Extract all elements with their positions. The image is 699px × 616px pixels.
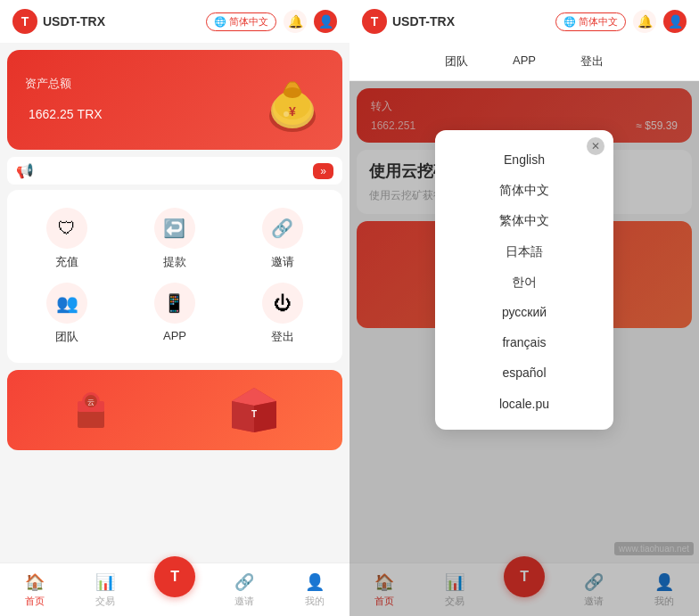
lang-icon: 🌐 bbox=[214, 16, 226, 28]
lang-option-traditional[interactable]: 繁体中文 bbox=[435, 205, 613, 235]
app-title: USDT-TRX bbox=[43, 14, 105, 29]
right-lang-icon: 🌐 bbox=[563, 16, 576, 28]
notification-bell[interactable]: 🔔 bbox=[284, 10, 307, 33]
right-panel: T USDT-TRX 🌐 简体中文 🔔 👤 团队 APP 登出 转入 bbox=[350, 0, 699, 616]
user-avatar-header[interactable]: 👤 bbox=[314, 10, 337, 33]
right-content-area: 转入 1662.251 ≈ $59.39 使用云挖矿 使用云挖矿获得最大的TRX… bbox=[350, 81, 699, 616]
right-user-avatar[interactable]: 👤 bbox=[663, 10, 687, 33]
svg-text:T: T bbox=[251, 409, 257, 419]
nav-trade-label: 交易 bbox=[95, 595, 115, 608]
action-recharge[interactable]: 🛡 充值 bbox=[14, 202, 120, 275]
lang-option-korean[interactable]: 한어 bbox=[435, 267, 613, 297]
promo-cube-left: 云 bbox=[69, 383, 122, 437]
marquee-bar: 📢 » bbox=[7, 157, 342, 185]
bottom-nav: 🏠 首页 📊 交易 T 🔗 邀请 👤 我的 bbox=[0, 563, 350, 616]
recharge-label: 充值 bbox=[55, 254, 78, 270]
invite-label: 邀请 bbox=[271, 254, 294, 270]
speaker-icon: 📢 bbox=[16, 162, 34, 179]
action-logout[interactable]: ⏻ 登出 bbox=[229, 277, 335, 350]
language-modal: ✕ English 简体中文 繁体中文 日本語 한어 русский franç… bbox=[435, 130, 613, 430]
right-language-button[interactable]: 🌐 简体中文 bbox=[555, 12, 626, 31]
tab-team[interactable]: 团队 bbox=[436, 50, 477, 73]
promo-cube-right: T bbox=[227, 383, 281, 437]
nav-invite-label: 邀请 bbox=[234, 595, 254, 608]
left-header: T USDT-TRX 🌐 简体中文 🔔 👤 bbox=[0, 0, 350, 43]
marquee-more-button[interactable]: » bbox=[313, 163, 333, 179]
lang-option-french[interactable]: français bbox=[435, 327, 613, 357]
logo-icon: T bbox=[12, 9, 37, 34]
svg-text:¥: ¥ bbox=[289, 104, 296, 119]
nav-invite-icon: 🔗 bbox=[234, 572, 254, 592]
profile-icon: 👤 bbox=[305, 572, 325, 592]
header-right: 🌐 简体中文 🔔 👤 bbox=[206, 10, 337, 33]
balance-amount: 1662.25TRX bbox=[25, 97, 103, 125]
recharge-icon: 🛡 bbox=[46, 208, 87, 249]
right-header-right: 🌐 简体中文 🔔 👤 bbox=[555, 10, 687, 33]
home-icon: 🏠 bbox=[25, 572, 45, 592]
svg-point-4 bbox=[284, 87, 301, 98]
nav-home[interactable]: 🏠 首页 bbox=[0, 563, 70, 616]
svg-rect-7 bbox=[78, 410, 104, 428]
withdraw-label: 提款 bbox=[163, 254, 186, 270]
team-label: 团队 bbox=[55, 329, 78, 345]
lang-option-locale[interactable]: locale.pu bbox=[435, 389, 613, 419]
balance-card: 资产总额 1662.25TRX ¥ bbox=[7, 50, 342, 150]
team-icon: 👥 bbox=[46, 283, 87, 324]
lang-option-spanish[interactable]: español bbox=[435, 357, 613, 388]
money-bag-illustration: ¥ bbox=[257, 64, 328, 136]
right-header: T USDT-TRX 🌐 简体中文 🔔 👤 bbox=[350, 0, 699, 43]
action-team[interactable]: 👥 团队 bbox=[14, 277, 120, 350]
logout-icon: ⏻ bbox=[262, 283, 303, 324]
lang-option-japanese[interactable]: 日本語 bbox=[435, 236, 613, 267]
action-grid: 🛡 充值 ↩️ 提款 🔗 邀请 👥 团队 📱 APP ⏻ 登出 bbox=[7, 190, 342, 363]
nav-center-wrapper: T bbox=[140, 563, 210, 616]
nav-invite[interactable]: 🔗 邀请 bbox=[210, 563, 279, 616]
action-app[interactable]: 📱 APP bbox=[122, 277, 228, 350]
nav-profile-label: 我的 bbox=[305, 595, 325, 608]
right-lang-label: 简体中文 bbox=[579, 15, 618, 29]
modal-close-button[interactable]: ✕ bbox=[587, 137, 604, 155]
tab-app[interactable]: APP bbox=[504, 50, 545, 73]
nav-home-label: 首页 bbox=[25, 595, 45, 608]
action-invite[interactable]: 🔗 邀请 bbox=[229, 202, 335, 275]
nav-center-button[interactable]: T bbox=[154, 556, 195, 597]
logo-area: T USDT-TRX bbox=[12, 9, 105, 34]
balance-label: 资产总额 bbox=[25, 76, 103, 92]
balance-left: 资产总额 1662.25TRX bbox=[25, 76, 103, 125]
promo-content: 云 T bbox=[7, 383, 342, 437]
tab-logout[interactable]: 登出 bbox=[572, 50, 613, 73]
lang-label: 简体中文 bbox=[229, 15, 268, 29]
right-logo-area: T USDT-TRX bbox=[362, 9, 455, 34]
logout-label: 登出 bbox=[271, 329, 294, 345]
right-notification-bell[interactable]: 🔔 bbox=[633, 10, 656, 33]
lang-option-russian[interactable]: русский bbox=[435, 297, 613, 327]
lang-option-simplified[interactable]: 简体中文 bbox=[435, 175, 613, 205]
invite-icon: 🔗 bbox=[262, 208, 303, 249]
right-nav-tabs: 团队 APP 登出 bbox=[350, 43, 699, 81]
trade-icon: 📊 bbox=[95, 572, 115, 592]
svg-text:云: 云 bbox=[87, 398, 95, 407]
center-t-icon: T bbox=[170, 569, 179, 585]
svg-point-5 bbox=[284, 111, 289, 117]
action-withdraw[interactable]: ↩️ 提款 bbox=[122, 202, 228, 275]
nav-profile[interactable]: 👤 我的 bbox=[280, 563, 350, 616]
left-panel: T USDT-TRX 🌐 简体中文 🔔 👤 资产总额 1662.25TRX bbox=[0, 0, 350, 616]
app-label: APP bbox=[163, 329, 186, 342]
language-button[interactable]: 🌐 简体中文 bbox=[206, 12, 276, 31]
nav-trade[interactable]: 📊 交易 bbox=[70, 563, 139, 616]
modal-overlay[interactable]: ✕ English 简体中文 繁体中文 日本語 한어 русский franç… bbox=[350, 81, 699, 616]
svg-marker-14 bbox=[254, 401, 276, 432]
right-app-title: USDT-TRX bbox=[392, 14, 455, 29]
promo-banner: 云 T bbox=[7, 370, 342, 450]
withdraw-icon: ↩️ bbox=[154, 208, 195, 249]
app-icon: 📱 bbox=[154, 283, 195, 324]
right-logo-icon: T bbox=[362, 9, 387, 34]
